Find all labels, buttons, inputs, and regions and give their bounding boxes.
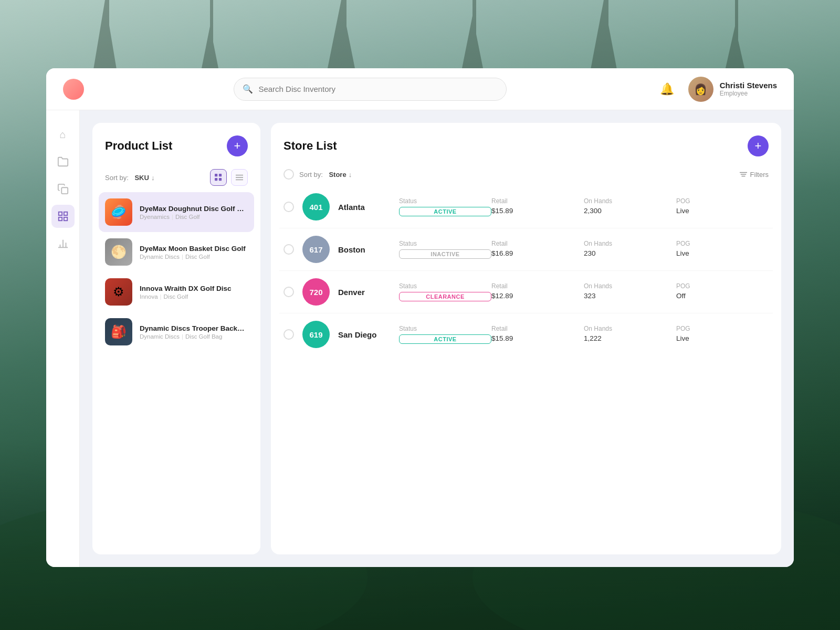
col-header-status: Status <box>399 197 491 205</box>
store-checkbox[interactable] <box>284 244 294 255</box>
sidebar-item-table[interactable] <box>51 205 75 228</box>
search-wrap: 🔍 <box>92 78 648 101</box>
add-product-button[interactable]: + <box>227 135 248 156</box>
store-col-onhands: On Hands 230 <box>584 240 676 259</box>
product-sort-icons <box>210 169 248 186</box>
product-item[interactable]: 🌕 DyeMax Moon Basket Disc Golf Dynamic D… <box>99 232 254 272</box>
sidebar-item-home[interactable]: ⌂ <box>51 123 75 146</box>
body: ⌂ <box>46 110 794 567</box>
meta-separator: | <box>182 333 183 340</box>
store-item[interactable]: 401 Atlanta Status ACTIVE Retail $15.89 … <box>279 186 773 228</box>
store-badge: 617 <box>302 236 330 263</box>
product-thumbnail: ⚙ <box>105 278 132 306</box>
store-cols: Status INACTIVE Retail $16.89 On Hands 2… <box>399 240 769 259</box>
onhands-value: 2,300 <box>584 207 676 215</box>
product-thumbnail: 🎒 <box>105 318 132 345</box>
product-thumbnail: 🥏 <box>105 198 132 226</box>
product-item[interactable]: 🥏 DyeMax Doughnut Disc Golf Disc Dyenami… <box>99 192 254 232</box>
filters-button[interactable]: Filters <box>740 171 769 178</box>
store-col-pog: POG Live <box>676 240 769 259</box>
store-col-status: Status INACTIVE <box>399 240 491 259</box>
store-item[interactable]: 617 Boston Status INACTIVE Retail $16.89… <box>279 228 773 271</box>
col-header-status: Status <box>399 282 491 290</box>
svg-rect-17 <box>61 187 68 194</box>
status-badge: ACTIVE <box>399 207 491 216</box>
product-category: Disc Golf <box>185 254 210 260</box>
product-name: Dynamic Discs Trooper Backpack <box>140 324 248 332</box>
product-info: DyeMax Doughnut Disc Golf Disc Dyenamics… <box>140 205 248 220</box>
store-badge: 720 <box>302 278 330 306</box>
col-header-retail: Retail <box>491 325 584 332</box>
svg-rect-18 <box>58 212 61 215</box>
sidebar: ⌂ <box>46 110 80 567</box>
store-checkbox[interactable] <box>284 329 294 340</box>
user-info[interactable]: 👩 Christi Stevens Employee <box>688 77 777 102</box>
product-category: Disc Golf <box>175 214 200 220</box>
store-item[interactable]: 720 Denver Status CLEARANCE Retail $12.8… <box>279 271 773 313</box>
add-store-button[interactable]: + <box>748 135 769 156</box>
product-category: Disc Golf Bag <box>185 333 222 340</box>
product-name: Innova Wraith DX Golf Disc <box>140 285 248 292</box>
col-header-status: Status <box>399 325 491 332</box>
retail-value: $16.89 <box>491 249 584 257</box>
store-col-retail: Retail $15.89 <box>491 325 584 344</box>
store-checkbox[interactable] <box>284 287 294 297</box>
sidebar-item-folder[interactable] <box>51 150 75 173</box>
status-badge: CLEARANCE <box>399 292 491 301</box>
store-checkbox[interactable] <box>284 202 294 212</box>
onhands-value: 1,222 <box>584 334 676 342</box>
product-meta: Dynamic Discs | Disc Golf <box>140 254 248 260</box>
store-col-onhands: On Hands 323 <box>584 282 676 301</box>
product-panel-header: Product List + <box>92 123 260 165</box>
col-header-pog: POG <box>676 282 769 290</box>
meta-separator: | <box>160 293 162 300</box>
status-badge: ACTIVE <box>399 334 491 344</box>
pog-value: Off <box>676 292 769 300</box>
svg-rect-21 <box>64 217 67 220</box>
store-cols: Status ACTIVE Retail $15.89 On Hands 2,3… <box>399 197 769 216</box>
user-role: Employee <box>720 90 777 97</box>
store-list: 401 Atlanta Status ACTIVE Retail $15.89 … <box>271 186 781 554</box>
store-col-pog: POG Off <box>676 282 769 301</box>
store-panel-header: Store List + <box>271 123 781 165</box>
store-col-status: Status CLEARANCE <box>399 282 491 301</box>
store-panel-title: Store List <box>284 139 337 153</box>
product-item[interactable]: ⚙ Innova Wraith DX Golf Disc Innova | Di… <box>99 272 254 312</box>
onhands-value: 230 <box>584 249 676 257</box>
store-sort-label: Sort by: Store ↓ <box>299 171 352 178</box>
main-content: Product List + Sort by: SKU ↓ <box>80 110 794 567</box>
product-brand: Dyenamics <box>140 214 170 220</box>
search-input[interactable] <box>258 85 498 93</box>
header-right: 🔔 👩 Christi Stevens Employee <box>657 77 777 102</box>
bell-icon[interactable]: 🔔 <box>657 79 678 100</box>
store-col-status: Status ACTIVE <box>399 197 491 216</box>
product-meta: Dyenamics | Disc Golf <box>140 214 248 220</box>
sidebar-item-copy[interactable] <box>51 177 75 201</box>
meta-separator: | <box>182 254 183 260</box>
product-info: Dynamic Discs Trooper Backpack Dynamic D… <box>140 324 248 340</box>
svg-rect-29 <box>219 178 222 181</box>
product-info: Innova Wraith DX Golf Disc Innova | Disc… <box>140 285 248 300</box>
product-sort-label: Sort by: SKU ↓ <box>105 174 154 182</box>
sidebar-item-chart[interactable] <box>51 232 75 255</box>
store-col-pog: POG Live <box>676 325 769 344</box>
select-all-checkbox[interactable] <box>284 169 294 180</box>
col-header-retail: Retail <box>491 282 584 290</box>
store-col-retail: Retail $16.89 <box>491 240 584 259</box>
grid-view-button[interactable] <box>210 169 227 186</box>
filters-label: Filters <box>750 171 769 178</box>
store-item[interactable]: 619 San Diego Status ACTIVE Retail $15.8… <box>279 313 773 355</box>
store-name: Boston <box>338 245 391 254</box>
search-bar[interactable]: 🔍 <box>234 78 507 101</box>
store-col-retail: Retail $15.89 <box>491 197 584 216</box>
product-panel: Product List + Sort by: SKU ↓ <box>92 123 260 554</box>
product-brand: Dynamic Discs <box>140 333 180 340</box>
pog-value: Live <box>676 334 769 342</box>
product-item[interactable]: 🎒 Dynamic Discs Trooper Backpack Dynamic… <box>99 312 254 352</box>
store-panel: Store List + Sort by: Store ↓ <box>271 123 781 554</box>
svg-rect-27 <box>219 174 222 176</box>
list-view-button[interactable] <box>231 169 248 186</box>
avatar: 👩 <box>688 77 713 102</box>
header: 🔍 🔔 👩 Christi Stevens Employee <box>46 68 794 110</box>
app-container: 🔍 🔔 👩 Christi Stevens Employee ⌂ <box>46 68 794 567</box>
